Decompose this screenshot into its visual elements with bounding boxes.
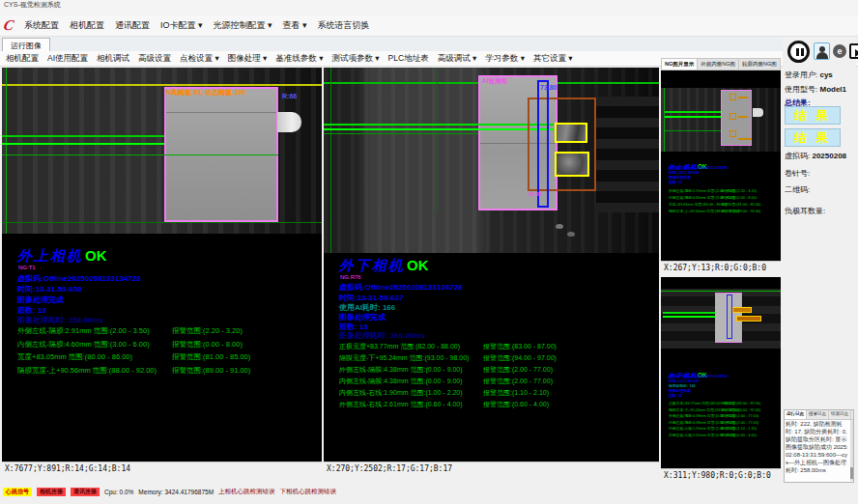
left-verdict-ok: OK xyxy=(85,247,107,264)
log-tab-run[interactable]: 运行日志 xyxy=(785,410,807,419)
tool-ai-usage[interactable]: AI使用配置 xyxy=(47,53,88,65)
thumb-lower-image xyxy=(661,289,781,349)
alarm-range: 报警范围:(2.00 - 77.00) xyxy=(483,377,553,386)
barcode-value: 20250208 xyxy=(812,152,846,160)
menu-io-config[interactable]: IO卡配置 ▾ xyxy=(160,19,203,32)
result-indicator-1: 结 果 xyxy=(785,106,841,125)
yellow-defect-box xyxy=(555,123,587,143)
thumb-upper-viewport[interactable]: 外上相机OK 虚拟码:Offline20250208133134728 时间:1… xyxy=(661,70,781,261)
thumb-tab-contour-ng[interactable]: 轮廓内侧NG图 xyxy=(739,59,781,70)
measurement-row: 内侧左线-隔膜:4.60mm 范围:(3.00 - 6.00) 报警范围:(0.… xyxy=(2,340,322,353)
upper-camera-heartbeat: 上相机心跳检测错误 xyxy=(218,488,275,496)
center-status-bar: X:270;Y:2502;R:17;G:17;B:17 xyxy=(324,462,659,474)
measurement-value: 内侧左线-隔膜:4.60mm 范围:(3.00 - 6.00) xyxy=(17,340,150,350)
menu-bar: C 系统配置 相机配置 通讯配置 IO卡配置 ▾ 光源控制配置 ▾ 查看 ▾ 系… xyxy=(0,15,858,37)
connector-tab xyxy=(277,112,301,132)
alarm-range: 报警范围:(2.00 - 77.00) xyxy=(721,413,758,418)
menu-view[interactable]: 查看 ▾ xyxy=(283,19,307,32)
tool-advanced-debug[interactable]: 高级调试 ▾ xyxy=(438,53,477,65)
left-status-bar: X:7677;Y:891;R:14;G:14;B:14 xyxy=(2,462,322,474)
green-measure-line xyxy=(665,130,721,131)
log-box: 运行日志 报警日志 错误日志 耗时: 222, 缺陷检测耗时: 17, 缺陷分类… xyxy=(784,409,854,483)
tool-plc-address[interactable]: PLC地址表 xyxy=(388,53,429,65)
center-camera-name: 外下相机 xyxy=(339,258,405,273)
tool-other-settings[interactable]: 其它设置 ▾ xyxy=(533,53,573,65)
app-logo-icon: C xyxy=(2,18,14,33)
machine-dot xyxy=(556,224,563,229)
exit-button[interactable] xyxy=(849,43,858,59)
alarm-range: 报警范围:(0.60 - 4.00) xyxy=(483,400,549,409)
alarm-range: 报警范围:(83.00 - 87.00) xyxy=(483,342,557,351)
tool-spot-check[interactable]: 点检设置 ▾ xyxy=(180,53,219,65)
center-camera-viewport[interactable]: AI检测框 73.80 95.24 外下相机OK NG:R76 虚拟码:Offl… xyxy=(324,68,659,462)
center-measurements: 正极宽度+83.77mm 范围:(82.00 - 88.00) 报警范围:(83… xyxy=(324,342,659,411)
app-window: CYS-视觉检测系统 C 系统配置 相机配置 通讯配置 IO卡配置 ▾ 光源控制… xyxy=(0,0,858,504)
left-barcode-line: 虚拟码:Offline20250208133134728 xyxy=(17,273,141,284)
info-button[interactable]: e xyxy=(833,44,846,58)
menu-language-switch[interactable]: 系统语言切换 xyxy=(318,19,370,32)
dark-machinery-band xyxy=(596,97,659,212)
alarm-range: 报警范围:(2.20 - 3.20) xyxy=(721,188,757,193)
tool-learning-params[interactable]: 学习参数 ▾ xyxy=(485,53,525,65)
layers-line: 层数: 13 xyxy=(669,393,682,398)
login-user-label: 登录用户: xyxy=(785,70,817,79)
alarm-range: 报警范围:(94.00 - 97.00) xyxy=(483,353,557,363)
camera-connect-badge: 相机连接 xyxy=(37,488,66,496)
thumbnail-tabs: NG图片显示 外观内侧NG图 轮廓内侧NG图 xyxy=(661,58,781,70)
green-top-line xyxy=(661,291,781,292)
tool-camera-config[interactable]: 相机配置 xyxy=(6,53,39,65)
marker-label-dash xyxy=(738,97,748,98)
measurement-value: 宽度+83.05mm 范围:(80.00 - 86.00) xyxy=(17,352,132,362)
tool-advanced-settings[interactable]: 高级设置 xyxy=(138,53,171,65)
tool-image-processing[interactable]: 图像处理 ▾ xyxy=(228,53,268,65)
winder-row: 卷针号: xyxy=(785,168,810,179)
right-sidebar: e 登录用户: cys 使用型号: Model1 总结果: 结 果 结 果 虚拟… xyxy=(783,37,856,483)
tool-test-params[interactable]: 测试项参数 ▾ xyxy=(331,53,379,65)
log-scrollbar-thumb[interactable] xyxy=(850,467,853,479)
model-label: 使用型号: xyxy=(785,85,817,94)
thumb-tab-ng-display[interactable]: NG图片显示 xyxy=(662,59,698,70)
thumb-tab-outer-ng[interactable]: 外观内侧NG图 xyxy=(698,59,739,70)
menu-comm-config[interactable]: 通讯配置 xyxy=(115,19,150,32)
cell-block-seam xyxy=(166,112,276,113)
alarm-range: 报警范围:(1.10 - 2.10) xyxy=(483,388,549,398)
measurement-value: 外侧左线-隔膜:4.38mm 范围:(0.00 - 9.00) xyxy=(339,365,463,375)
marker-label-dash xyxy=(738,116,748,118)
menu-system-config[interactable]: 系统配置 xyxy=(24,19,59,32)
model-row: 使用型号: Model1 xyxy=(785,84,846,95)
log-scrollbar[interactable] xyxy=(850,420,853,481)
tab-run-image[interactable]: 运行图像 xyxy=(2,38,50,51)
left-time-line: 时间:13-31-59-650 xyxy=(17,284,82,294)
measurement-value: 内侧左线-隔膜:4.38mm 范围:(0.00 - 9.00) xyxy=(339,377,463,386)
tool-baseline-params[interactable]: 基准线参数 ▾ xyxy=(275,53,323,65)
green-vertical-line xyxy=(437,68,438,212)
view-tab-row: 运行图像 xyxy=(0,37,858,52)
green-measure-line xyxy=(663,316,715,318)
log-tab-error[interactable]: 错误日志 xyxy=(829,410,851,419)
menu-light-config[interactable]: 光源控制配置 ▾ xyxy=(214,19,272,32)
alarm-range: 报警范围:(94.00 - 97.00) xyxy=(721,407,760,412)
center-result-title: 外下相机OK xyxy=(339,257,429,275)
menu-camera-config[interactable]: 相机配置 xyxy=(70,19,104,32)
green-measure-line xyxy=(2,143,164,145)
memory-usage: Memory: 3424.41796875M xyxy=(138,489,214,495)
left-camera-image: N高阈值:93, 动态阈值:100 R:66 xyxy=(2,68,322,234)
ai-box-label: AI检测框 xyxy=(482,77,507,86)
pause-icon xyxy=(796,48,799,56)
user-button[interactable] xyxy=(814,42,830,60)
tool-camera-debug[interactable]: 相机调试 xyxy=(97,53,129,65)
marker-box xyxy=(729,94,736,100)
alarm-range: 报警范围:(0.00 - 8.00) xyxy=(172,340,243,350)
green-measure-line xyxy=(2,135,164,137)
green-measure-line xyxy=(324,128,554,130)
marker-box xyxy=(729,113,736,120)
bottom-status-bar: 心跳信号 相机连接 通讯连接 Cpu: 0.0% Memory: 3424.41… xyxy=(0,486,858,497)
measurement-row: 外侧左线-隔膜:4.38mm 范围:(0.00 - 9.00) 报警范围:(2.… xyxy=(324,365,659,377)
left-camera-viewport[interactable]: N高阈值:93, 动态阈值:100 R:66 外上相机OK NG:T1 虚拟码:… xyxy=(2,68,322,462)
pause-button[interactable] xyxy=(787,41,810,63)
thumb-lower-viewport[interactable]: 外下相机OK 虚拟码:Offline20250208133134728 时间:1… xyxy=(661,277,781,468)
login-user-value: cys xyxy=(819,70,832,79)
center-elapsed-line: 图像处理耗时: 166.00ms xyxy=(339,330,425,341)
log-tab-alarm[interactable]: 报警日志 xyxy=(807,410,829,419)
marker-box xyxy=(729,130,736,137)
